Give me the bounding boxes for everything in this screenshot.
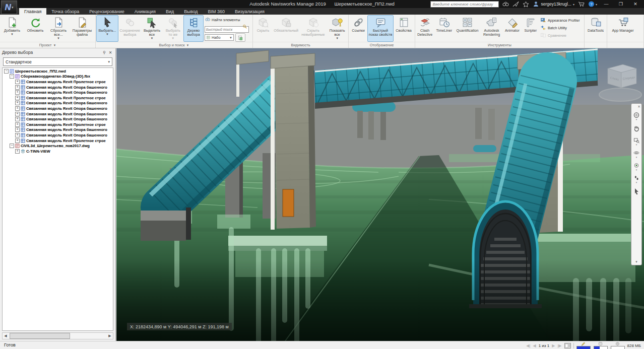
close-button[interactable]: ✕ (630, 1, 641, 8)
tools-button-3[interactable]: Autodesk Rendering (481, 15, 503, 42)
expand-icon[interactable]: + (15, 96, 20, 100)
stack-button-1[interactable]: Batch Utility (540, 24, 583, 31)
favorites-star-icon[interactable] (523, 1, 529, 7)
last-sheet-icon[interactable]: |▶ (557, 343, 561, 348)
nav-orbit-button[interactable]: ▾ (632, 150, 641, 159)
expand-icon[interactable]: + (15, 101, 20, 105)
tools-button-5[interactable]: Scripter (522, 15, 540, 42)
tree-item[interactable]: +Связанная модель Revit Пролетное строе (3, 95, 113, 101)
ribbon-tab-1[interactable]: Главная (19, 8, 46, 15)
visibility-button-0[interactable]: Скрыть (253, 15, 273, 42)
viewport-3d-canvas[interactable]: Слева Спереди X: 2182434,890 м Y: 494046… (116, 48, 644, 341)
expand-icon[interactable]: + (15, 122, 20, 127)
ribbon-tab-7[interactable]: BIM 360 (203, 8, 230, 15)
tools-button-0[interactable]: Clash Detective (416, 15, 434, 42)
tree-item[interactable]: +Связанная модель Revit Опора башенного (3, 132, 113, 138)
sheet-browser-icon[interactable] (564, 343, 571, 348)
display-button-2[interactable]: Свойства (394, 15, 414, 42)
ribbon-tab-8[interactable]: Визуализация (230, 8, 270, 15)
tree-item[interactable]: +Связанная модель Revit Пролетное строе (3, 122, 113, 127)
collapse-icon[interactable]: − (10, 74, 14, 79)
expand-icon[interactable]: + (15, 149, 20, 154)
expand-icon[interactable]: + (15, 138, 20, 143)
expand-icon[interactable]: + (15, 106, 20, 111)
tree-item[interactable]: +Связанная модель Revit Опора башенного (3, 111, 113, 117)
restore-button[interactable]: ❐ (615, 1, 626, 8)
visibility-button-1[interactable]: Обязательный (273, 15, 300, 42)
share-icon[interactable] (512, 1, 519, 7)
collapse-icon[interactable]: − (4, 69, 9, 74)
tree-item[interactable]: −Сборкавкоординатах-3Dвид-{3D}.fbx (3, 74, 113, 80)
select-button-4[interactable]: Дерево выбора (183, 15, 204, 42)
ribbon-tab-4[interactable]: Анимация (130, 8, 161, 15)
project-button-3[interactable]: Параметры файла (70, 15, 94, 42)
close-navbar-icon[interactable]: ✕ (637, 105, 640, 108)
previous-sheet-icon[interactable]: ◀ (533, 343, 536, 348)
select-button-1[interactable]: Сохранение выбора (118, 15, 142, 42)
tree-horizontal-scrollbar[interactable]: ◀ ▶ (2, 332, 113, 339)
tree-item[interactable]: −Шереметьевское_ПП2.nwd (3, 68, 113, 74)
tree-item[interactable]: +Связанная модель Revit Пролетное строе (3, 79, 113, 85)
find-items-button[interactable]: Найти элементы (205, 16, 251, 23)
manage-sets-button[interactable] (235, 33, 245, 42)
ribbon-tab-3[interactable]: Рецензирование (84, 8, 130, 15)
tree-item[interactable]: +Связанная модель Revit Пролетное строе (3, 138, 113, 144)
tree-item[interactable]: −CIVIL3d_Шереметьево_пов2017.dwg (3, 143, 113, 149)
navbar-options-chevron-icon[interactable]: ▾ (635, 260, 637, 264)
search-binoculars-icon[interactable] (502, 1, 509, 7)
visibility-button-2[interactable]: Скрыть невыбранные (300, 15, 327, 42)
first-sheet-icon[interactable]: ◀| (526, 343, 530, 348)
tools-button-2[interactable]: Quantification (454, 15, 481, 42)
select-button-3[interactable]: Выбрать то же▼ (162, 15, 183, 42)
tree-item[interactable]: +C-TINN-VIEW (3, 149, 113, 154)
collapse-icon[interactable]: − (10, 144, 14, 148)
infocenter-search-input[interactable] (430, 1, 499, 8)
tree-item[interactable]: +Связанная модель Revit Опора башенного (3, 116, 113, 122)
datatools-button-0[interactable]: DataTools (585, 15, 606, 42)
nav-steering-wheel-button[interactable]: ▾ (632, 112, 641, 121)
appmanager-button-0[interactable]: App Manager (608, 15, 638, 42)
tree-item[interactable]: +Связанная модель Revit Опора башенного (3, 101, 113, 106)
visibility-button-3[interactable]: Показать все▼ (327, 15, 348, 42)
help-menu[interactable]: ? ▾ (588, 1, 597, 7)
ribbon-tab-6[interactable]: Вывод (179, 8, 203, 15)
scrollbar-thumb[interactable] (10, 333, 70, 339)
pin-icon[interactable]: ⚲ (101, 49, 107, 55)
tree-mode-select[interactable]: Стандартное ▾ (3, 57, 112, 66)
nav-zoom-button[interactable]: ▾ (632, 137, 641, 146)
tree-item[interactable]: +Связанная модель Revit Опора башенного (3, 85, 113, 90)
tools-button-1[interactable]: TimeLiner (434, 15, 454, 42)
tree-item[interactable]: +Связанная модель Revit Опора башенного (3, 90, 113, 95)
minimize-button[interactable]: — (601, 1, 612, 8)
expand-icon[interactable]: + (15, 80, 20, 84)
tree-item[interactable]: +Связанная модель Revit Опора башенного (3, 106, 113, 111)
scroll-right-icon[interactable]: ▶ (107, 334, 113, 338)
project-button-0[interactable]: Добавить▼ (1, 15, 24, 42)
display-button-1[interactable]: Быстрый показ свойств (367, 15, 394, 42)
signed-in-user[interactable]: sergey13krugl... ▾ (533, 1, 574, 7)
expand-icon[interactable]: + (15, 90, 20, 95)
expand-icon[interactable]: + (15, 133, 20, 137)
application-menu-button[interactable]: N ▾ (1, 1, 17, 14)
select-button-2[interactable]: Выделить все▼ (142, 15, 163, 42)
nav-pan-button[interactable] (632, 124, 641, 133)
sets-select[interactable]: Набо▼ (205, 34, 234, 41)
tools-button-4[interactable]: Animator (502, 15, 522, 42)
project-button-2[interactable]: Сбросить все...▼ (47, 15, 70, 42)
app-store-cart-icon[interactable] (578, 1, 585, 7)
tree-item[interactable]: +Связанная модель Revit Опора башенного (3, 127, 113, 133)
select-button-0[interactable]: Выбрать...▼ (96, 15, 118, 42)
expand-icon[interactable]: + (15, 127, 20, 132)
expand-icon[interactable]: + (15, 112, 20, 116)
project-button-1[interactable]: Обновить (24, 15, 47, 42)
close-panel-icon[interactable]: ✕ (107, 49, 113, 55)
next-sheet-icon[interactable]: ▶ (552, 343, 555, 348)
ribbon-tab-2[interactable]: Точка обзора (46, 8, 84, 15)
display-button-0[interactable]: Ссылки (349, 15, 367, 42)
stack-button-2[interactable]: Сравнение (540, 32, 583, 39)
expand-icon[interactable]: + (15, 85, 20, 90)
expand-icon[interactable]: + (15, 117, 20, 121)
stack-button-0[interactable]: Appearance Profiler (540, 17, 583, 24)
scroll-left-icon[interactable]: ◀ (3, 334, 9, 338)
ribbon-tab-5[interactable]: Вид (161, 8, 179, 15)
